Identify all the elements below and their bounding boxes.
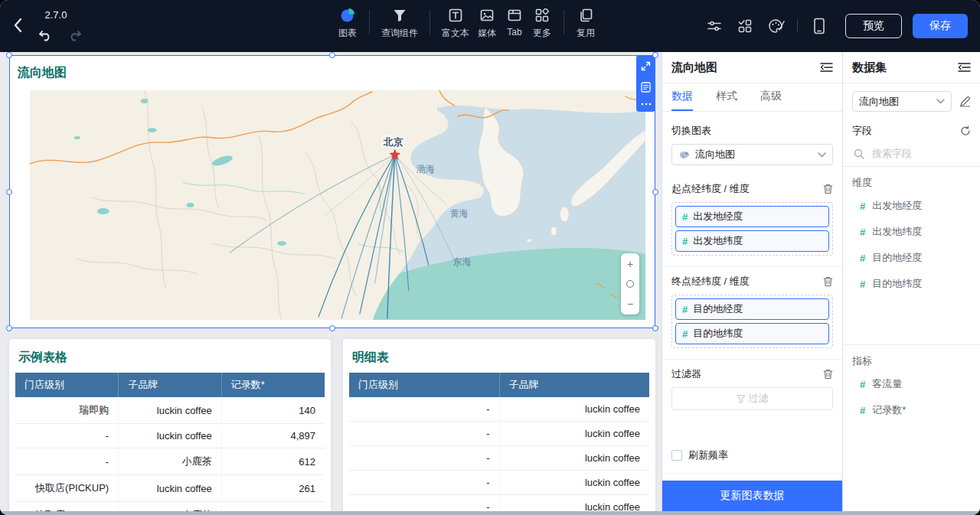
toolbar-divider [430,10,430,34]
table-cell: luckin coffee [119,397,222,424]
resize-handle-sw[interactable] [6,325,12,331]
update-chart-data-button[interactable]: 更新图表数据 [662,481,842,511]
table-cell: - [15,424,119,448]
zoom-in-button[interactable]: + [627,259,633,269]
batch-operation-button[interactable] [737,18,753,34]
grid-check-icon [737,18,753,34]
dataset-field-item[interactable]: #记录数* [852,397,971,423]
table-cell: 小鹿茶 [119,502,222,515]
field-pill[interactable]: #出发地纬度 [675,230,829,252]
end-fields-dropzone[interactable]: #目的地经度#目的地纬度 [671,295,833,348]
zoom-reset-button[interactable] [626,280,634,288]
sample-table-widget[interactable]: 示例表格 门店级别子品牌记录数*瑞即购luckin coffee140-luck… [9,339,331,515]
tab-data[interactable]: 数据 [671,83,693,111]
chart-type-value: 流向地图 [695,148,813,161]
save-button[interactable]: 保存 [913,14,968,38]
trash-icon[interactable] [823,276,833,287]
resize-handle-e[interactable] [652,189,658,195]
collapse-panel-icon[interactable] [820,62,833,73]
text-icon [449,7,462,23]
dataset-field-item[interactable]: #出发地纬度 [852,219,971,245]
numeric-field-icon: # [682,236,688,247]
copy-icon [579,7,593,23]
table-row: -luckin coffee [349,495,649,515]
resize-handle-n[interactable] [329,52,335,58]
sliders-icon [707,18,722,34]
field-pill[interactable]: #目的地经度 [675,298,829,320]
mobile-layout-button[interactable] [813,18,825,34]
tool-reuse[interactable]: 复用 [572,7,599,40]
tab-icon [508,7,521,23]
resize-handle-se[interactable] [652,325,658,331]
refresh-frequency-row[interactable]: 刷新频率 [671,448,833,462]
dataset-field-label: 目的地经度 [872,251,922,265]
toolbar-divider [369,10,370,34]
dataset-field-item[interactable]: #目的地经度 [852,245,971,271]
tool-media[interactable]: 媒体 [473,7,501,40]
numeric-field-icon: # [860,227,865,238]
zoom-out-button[interactable]: − [627,298,633,309]
filter-dropzone[interactable]: 过滤 [671,387,833,410]
tool-richtext[interactable]: 富文本 [438,7,473,40]
column-header: 记录数* [221,373,325,397]
field-pill[interactable]: #出发地经度 [675,206,829,227]
dataset-select[interactable]: 流向地图 [852,91,952,112]
chevron-down-icon [936,99,945,104]
start-fields-dropzone[interactable]: #出发地经度#出发地纬度 [671,202,833,256]
chart-type-select[interactable]: 流向地图 [671,144,833,165]
resize-handle-s[interactable] [329,325,335,331]
widget-title: 示例表格 [18,350,67,366]
back-button[interactable] [12,17,24,34]
dataset-field-label: 客流量 [872,377,902,391]
dataset-field-item[interactable]: #出发地经度 [852,193,971,219]
tab-advanced[interactable]: 高级 [760,83,782,111]
dataset-field-item[interactable]: #目的地纬度 [852,271,971,297]
field-search-input[interactable] [871,147,955,160]
widget-title: 明细表 [352,350,389,366]
widget-more-icon[interactable] [641,103,652,106]
tool-query-component[interactable]: 查询组件 [377,7,422,40]
dimensions-label: 维度 [852,176,971,190]
resize-handle-nw[interactable] [6,52,12,58]
widget-notes-icon[interactable] [641,82,651,93]
widget-action-toolbar [636,55,655,112]
table-cell: luckin coffee [499,471,649,495]
flow-map-canvas[interactable]: 北京 渤海 黄海 东海 + − [30,90,645,320]
trash-icon[interactable] [823,369,833,380]
table-row: -luckin coffee [349,397,649,422]
tool-chart[interactable]: 图表 [334,7,361,40]
numeric-field-icon: # [860,200,865,212]
collapse-panel-icon[interactable] [958,62,971,73]
chart-properties-panel: 流向地图 数据 样式 高级 切换图表 流向地图 起点经纬度 / 维度 [662,52,842,515]
theme-palette-button[interactable] [768,18,785,34]
dashboard-canvas[interactable]: 流向地图 [0,52,662,515]
preview-button[interactable]: 预览 [845,14,902,38]
canvas-settings-button[interactable] [707,18,722,34]
map-label-huanghai: 黄海 [450,208,469,219]
edit-dataset-icon[interactable] [959,96,971,107]
toolbar-divider [797,19,798,33]
detail-table-widget[interactable]: 明细表 门店级别子品牌-luckin coffee-luckin coffee-… [343,339,655,515]
table-cell: - [349,446,499,471]
trash-icon[interactable] [823,184,833,194]
expand-widget-icon[interactable] [641,61,651,71]
resize-handle-w[interactable] [6,189,12,195]
undo-button[interactable] [38,29,53,42]
search-icon [854,148,864,159]
filter-placeholder: 过滤 [749,392,769,406]
refresh-fields-icon[interactable] [960,125,971,136]
resize-handle-ne[interactable] [652,52,658,58]
tab-style[interactable]: 样式 [716,83,737,111]
field-pill[interactable]: #目的地纬度 [675,323,829,344]
funnel-outline-icon [737,394,746,403]
numeric-field-icon: # [682,211,688,223]
tool-more-components[interactable]: 更多 [528,7,556,40]
dataset-field-item[interactable]: #客流量 [852,371,971,397]
refresh-frequency-checkbox[interactable] [671,450,682,461]
switch-chart-label: 切换图表 [671,124,833,138]
undo-icon [38,29,53,42]
tool-tab[interactable]: Tab [501,7,528,37]
table-cell: 快取店(PICKUP) [15,475,119,502]
flow-map-widget[interactable]: 流向地图 [9,55,655,328]
redo-button[interactable] [67,29,82,42]
